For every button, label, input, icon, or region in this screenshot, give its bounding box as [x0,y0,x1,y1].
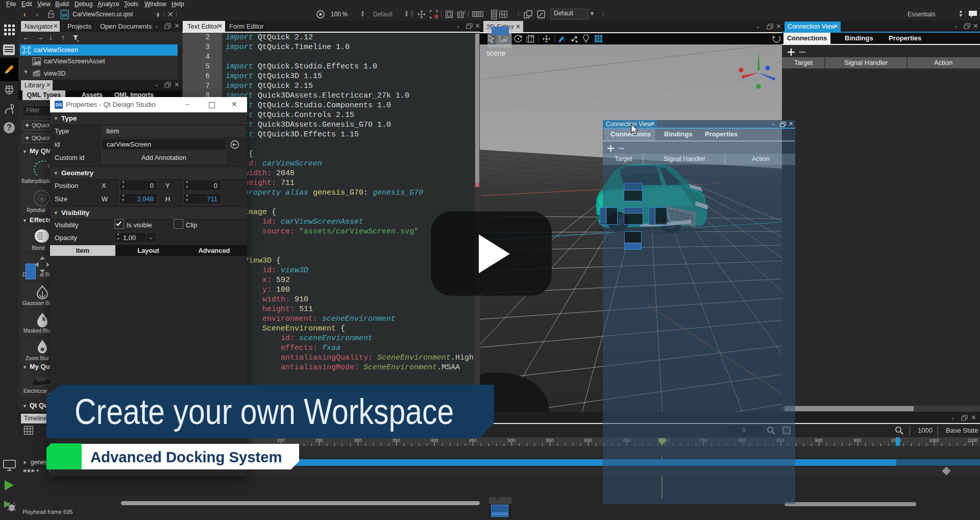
svg-text:A: A [40,196,43,201]
svg-text:qml: qml [62,13,67,17]
